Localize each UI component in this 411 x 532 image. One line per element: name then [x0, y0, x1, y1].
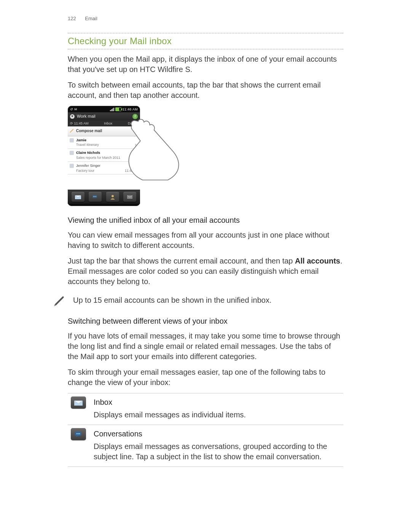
svg-point-8	[78, 433, 79, 434]
tabs-row-conversations: Conversations Displays email messages as…	[68, 425, 343, 466]
tab-people-icon	[106, 192, 119, 202]
separator-top	[68, 33, 343, 34]
section-title: Checking your Mail inbox	[68, 35, 343, 47]
sync-icon: ↺	[70, 107, 73, 112]
phone-illustration: ↺ ✉ 11:46 AM ♥ Work mail 2 ⟳ 11:45 AM In…	[68, 106, 170, 206]
svg-point-4	[112, 195, 114, 197]
svg-point-2	[94, 196, 95, 197]
page-number: 122	[68, 16, 76, 21]
page-header: 122 Email	[68, 15, 343, 22]
phone-subheader: ⟳ 11:45 AM Inbox Date ↓	[68, 120, 140, 126]
tab-title: Inbox	[94, 397, 340, 407]
unified-para-1: You can view email messages from all you…	[68, 230, 343, 251]
mail-from: Jamie	[76, 138, 138, 143]
sub-mid: Inbox	[92, 121, 125, 126]
tab-title: Conversations	[94, 429, 340, 439]
tabs-row-inbox: Inbox Displays email messages as individ…	[68, 393, 343, 425]
status-time: 11:46 AM	[123, 107, 138, 112]
mail-time: 11	[135, 143, 139, 147]
header-section: Email	[85, 16, 97, 21]
pencil-note-icon	[53, 294, 66, 307]
tab-desc: Displays email messages as individual it…	[94, 410, 340, 420]
tabs-table: Inbox Displays email messages as individ…	[68, 393, 343, 467]
mail-time: 11	[135, 156, 139, 160]
tab-inbox-icon	[72, 192, 84, 202]
signal-icon	[110, 108, 114, 111]
unified-heading: Viewing the unified inbox of all your em…	[68, 215, 343, 225]
switching-para-1: If you have lots of email messages, it m…	[68, 331, 343, 362]
mail-item: Claire Nichols Sales reports for March 2…	[68, 149, 140, 162]
phone-inbox-list: Jamie Travel Itinerary 11 Claire Nichols…	[68, 136, 140, 190]
envelope-icon	[70, 151, 74, 155]
switching-heading: Switching between different views of you…	[68, 316, 343, 326]
mail-account-label: Work mail	[77, 113, 96, 119]
mail-item: Jamie Travel Itinerary 11	[68, 136, 140, 149]
svg-point-1	[93, 196, 94, 197]
sub-left: ⟳ 11:45 AM	[70, 121, 89, 126]
text-span: Just tap the bar that shows the current …	[68, 257, 295, 265]
envelope-icon	[70, 138, 74, 142]
mail-subject: Factory tour	[76, 169, 94, 173]
phone-bottombar	[68, 190, 140, 204]
mail-from: Jennifer Singer	[76, 163, 138, 168]
sub-right: Date ↓	[128, 121, 138, 126]
envelope-icon	[70, 164, 74, 168]
mail-time: 11:42 AM	[125, 169, 139, 173]
unread-badge: 2	[132, 114, 138, 119]
mail-subject: Sales reports for March 2011	[76, 156, 120, 160]
note-row: Up to 15 email accounts can be shown in …	[53, 294, 343, 307]
mail-item: Jennifer Singer Factory tour 11:42 AM	[68, 162, 140, 175]
battery-icon	[115, 107, 121, 111]
unified-para-2: Just tap the bar that shows the current …	[68, 256, 343, 287]
switching-para-2: To skim through your email messages easi…	[68, 367, 343, 388]
mail-from: Claire Nichols	[76, 150, 138, 155]
intro-paragraph-1: When you open the Mail app, it displays …	[68, 54, 343, 75]
mail-subject: Travel Itinerary	[76, 143, 99, 147]
mail-status-icon: ✉	[74, 107, 77, 112]
conversations-tab-icon	[71, 428, 86, 440]
tab-desc: Displays email messages as conversations…	[94, 441, 340, 462]
svg-point-9	[79, 433, 80, 434]
heart-icon: ♥	[70, 114, 75, 119]
inbox-tab-icon	[71, 396, 86, 409]
svg-point-3	[96, 196, 96, 197]
phone-statusbar: ↺ ✉ 11:46 AM	[68, 106, 140, 112]
tab-conversations-icon	[89, 192, 102, 202]
intro-paragraph-2: To switch between email accounts, tap th…	[68, 80, 343, 101]
tab-unread-icon	[123, 192, 136, 202]
note-text: Up to 15 email accounts can be shown in …	[73, 295, 271, 305]
svg-point-7	[76, 433, 78, 434]
all-accounts-label: All accounts	[295, 257, 340, 265]
separator-bottom	[68, 49, 343, 50]
compose-button: Compose mail	[68, 126, 140, 136]
compose-label: Compose mail	[76, 128, 102, 134]
pencil-icon	[70, 129, 74, 133]
phone-mail-header: ♥ Work mail 2	[68, 112, 140, 120]
